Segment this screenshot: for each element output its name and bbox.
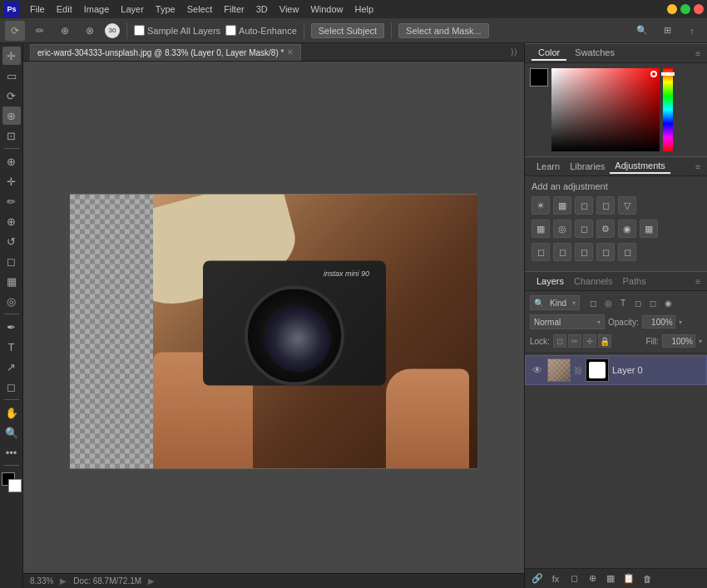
kind-dropdown[interactable]: 🔍 Kind ▾ bbox=[530, 295, 580, 310]
menu-edit[interactable]: Edit bbox=[52, 2, 77, 16]
move-tool-btn[interactable]: ✛ bbox=[2, 47, 21, 65]
brush-btn[interactable]: ✏ bbox=[2, 192, 21, 210]
crop-tool-btn[interactable]: ⊡ bbox=[2, 126, 21, 145]
eraser-btn[interactable]: ◻ bbox=[2, 252, 21, 270]
menu-image[interactable]: Image bbox=[79, 2, 115, 16]
new-group-btn[interactable]: ▦ bbox=[603, 571, 618, 586]
select-and-mask-btn[interactable]: Select and Mask... bbox=[398, 23, 489, 38]
pen-tool-btn[interactable]: ✒ bbox=[2, 318, 21, 336]
layer-item[interactable]: 👁 ⛓ Layer 0 bbox=[525, 355, 707, 385]
share-btn[interactable]: ↑ bbox=[682, 21, 702, 41]
threshold-btn[interactable]: ◻ bbox=[575, 243, 593, 261]
tab-swatches[interactable]: Swatches bbox=[568, 46, 621, 61]
hue-sat-btn[interactable]: ▦ bbox=[531, 220, 550, 238]
link-layers-btn[interactable]: 🔗 bbox=[530, 571, 545, 586]
tab-channels[interactable]: Channels bbox=[569, 274, 617, 288]
menu-type[interactable]: Type bbox=[151, 2, 180, 16]
clone-stamp-btn[interactable]: ⊕ bbox=[2, 212, 21, 230]
dodge-btn[interactable]: ◎ bbox=[2, 292, 21, 310]
smart-filter-icon[interactable]: ◻ bbox=[646, 296, 660, 309]
quick-selection-tool-btn[interactable]: ⟳ bbox=[5, 21, 25, 41]
invert-btn[interactable]: ◻ bbox=[531, 243, 550, 261]
select-subject-btn[interactable]: Select Subject bbox=[311, 23, 384, 38]
tab-libraries[interactable]: Libraries bbox=[565, 160, 610, 173]
photo-filter-btn[interactable]: ⚙ bbox=[596, 220, 615, 238]
magic-wand-btn[interactable]: ⊗ bbox=[80, 21, 100, 41]
layer-chain-icon[interactable]: ⛓ bbox=[574, 363, 582, 377]
path-select-btn[interactable]: ↗ bbox=[2, 358, 21, 376]
eyedropper-btn[interactable]: ⊕ bbox=[2, 152, 21, 170]
lock-transparent-pixels-btn[interactable]: ⊡ bbox=[553, 334, 566, 348]
quick-select-btn[interactable]: ⊕ bbox=[2, 106, 21, 125]
minimize-btn[interactable] bbox=[667, 4, 677, 14]
color-balance-btn[interactable]: ◎ bbox=[553, 220, 571, 238]
fill-input[interactable] bbox=[662, 334, 695, 348]
channel-mixer-btn[interactable]: ◉ bbox=[618, 220, 636, 238]
blend-mode-dropdown[interactable]: Normal ▾ bbox=[530, 314, 605, 329]
layer-effects-btn[interactable]: fx bbox=[548, 571, 563, 586]
lock-position-btn[interactable]: ✛ bbox=[583, 334, 596, 348]
add-mask-btn[interactable]: ◻ bbox=[566, 571, 581, 586]
adjustment-filter-icon[interactable]: ◎ bbox=[601, 296, 615, 309]
gradient-btn[interactable]: ▦ bbox=[2, 272, 21, 290]
exposure-btn[interactable]: ◻ bbox=[596, 196, 615, 215]
zoom-tool-btn[interactable]: 🔍 bbox=[2, 423, 21, 442]
adjustments-panel-menu-btn[interactable]: ≡ bbox=[695, 162, 700, 171]
auto-enhance-option[interactable]: Auto-Enhance bbox=[225, 25, 297, 36]
tab-learn[interactable]: Learn bbox=[531, 160, 565, 173]
history-brush-btn[interactable]: ↺ bbox=[2, 232, 21, 250]
workspace-btn[interactable]: ⊞ bbox=[657, 21, 677, 41]
panel-collapse-btn[interactable]: ⟩⟩ bbox=[511, 47, 517, 57]
maximize-btn[interactable] bbox=[680, 4, 690, 14]
menu-window[interactable]: Window bbox=[305, 2, 348, 16]
close-btn[interactable] bbox=[694, 4, 704, 14]
canvas-viewport[interactable]: instax mini 90 bbox=[23, 62, 524, 573]
tab-adjustments[interactable]: Adjustments bbox=[610, 159, 670, 174]
layers-panel-menu-btn[interactable]: ≡ bbox=[695, 277, 700, 286]
color-panel-menu-btn[interactable]: ≡ bbox=[695, 49, 700, 58]
layer-visibility-toggle[interactable]: 👁 bbox=[531, 363, 544, 377]
brightness-contrast-btn[interactable]: ☀ bbox=[531, 196, 550, 215]
color-lookup-btn[interactable]: ▦ bbox=[640, 220, 658, 238]
filter-toggle-icon[interactable]: ◉ bbox=[661, 296, 675, 309]
lasso-tool-btn[interactable]: ⊕ bbox=[55, 21, 75, 41]
lasso-tool-btn[interactable]: ⟳ bbox=[2, 86, 21, 105]
brush-tool-btn[interactable]: ✏ bbox=[30, 21, 50, 41]
menu-help[interactable]: Help bbox=[350, 2, 379, 16]
tab-color[interactable]: Color bbox=[531, 46, 566, 61]
menu-select[interactable]: Select bbox=[182, 2, 218, 16]
shape-tool-btn[interactable]: ◻ bbox=[2, 378, 21, 396]
lock-all-btn[interactable]: 🔒 bbox=[598, 334, 611, 348]
posterize-btn[interactable]: ◻ bbox=[553, 243, 571, 261]
search-btn[interactable]: 🔍 bbox=[632, 21, 652, 41]
menu-view[interactable]: View bbox=[274, 2, 304, 16]
gradient-map-btn[interactable]: ◻ bbox=[596, 243, 615, 261]
menu-file[interactable]: File bbox=[25, 2, 50, 16]
menu-layer[interactable]: Layer bbox=[116, 2, 149, 16]
curves-btn[interactable]: ◻ bbox=[575, 196, 593, 215]
levels-btn[interactable]: ▦ bbox=[553, 196, 571, 215]
fill-arrow[interactable]: ▾ bbox=[699, 338, 702, 345]
delete-layer-btn[interactable]: 🗑 bbox=[640, 571, 655, 586]
vibrance-btn[interactable]: ▽ bbox=[618, 196, 636, 215]
opacity-input[interactable] bbox=[642, 315, 675, 329]
healing-brush-btn[interactable]: ✛ bbox=[2, 172, 21, 190]
shape-filter-icon[interactable]: ◻ bbox=[631, 296, 645, 309]
menu-3d[interactable]: 3D bbox=[251, 2, 273, 16]
rectangular-marquee-btn[interactable]: ▭ bbox=[2, 67, 21, 85]
spectrum-box[interactable] bbox=[551, 68, 660, 151]
new-layer-btn[interactable]: 📋 bbox=[621, 571, 636, 586]
extra-tools-btn[interactable]: ••• bbox=[2, 443, 21, 462]
tab-close-btn[interactable]: ✕ bbox=[287, 48, 294, 57]
document-tab[interactable]: eric-ward-304333-unsplash.jpg @ 8.33% (L… bbox=[30, 44, 301, 61]
background-color[interactable] bbox=[8, 479, 22, 492]
new-adjustment-layer-btn[interactable]: ⊕ bbox=[585, 571, 600, 586]
selective-color-btn[interactable]: ◻ bbox=[618, 243, 636, 261]
type-filter-icon[interactable]: T bbox=[616, 296, 630, 309]
type-tool-btn[interactable]: T bbox=[2, 338, 21, 356]
sample-all-layers-checkbox[interactable] bbox=[134, 25, 145, 36]
sample-all-layers-option[interactable]: Sample All Layers bbox=[134, 25, 220, 36]
tab-layers[interactable]: Layers bbox=[531, 274, 569, 288]
auto-enhance-checkbox[interactable] bbox=[225, 25, 236, 36]
pixel-filter-icon[interactable]: ◻ bbox=[586, 296, 600, 309]
